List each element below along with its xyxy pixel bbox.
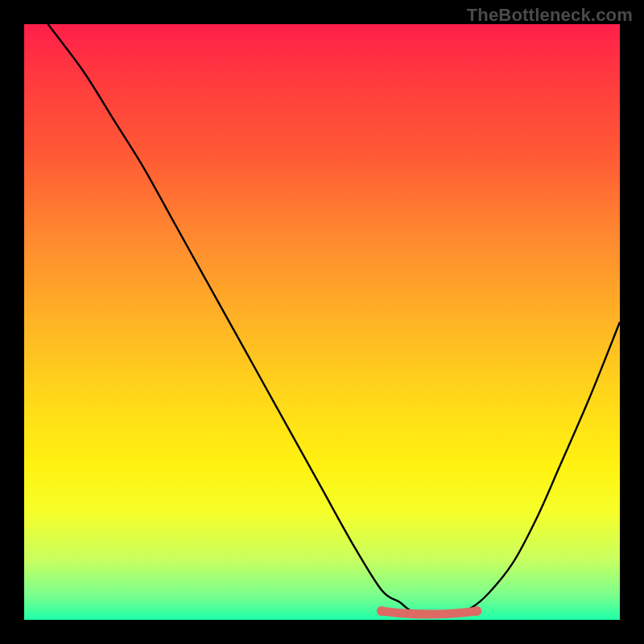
watermark-text: TheBottleneck.com <box>467 5 633 26</box>
chart-stage: TheBottleneck.com <box>0 0 644 644</box>
min-highlight-dot-left <box>377 606 386 616</box>
min-highlight-dot-right <box>472 606 481 616</box>
curve-layer <box>24 24 620 620</box>
min-highlight-segment <box>382 611 477 614</box>
bottleneck-curve <box>48 24 620 615</box>
plot-area <box>24 24 620 620</box>
